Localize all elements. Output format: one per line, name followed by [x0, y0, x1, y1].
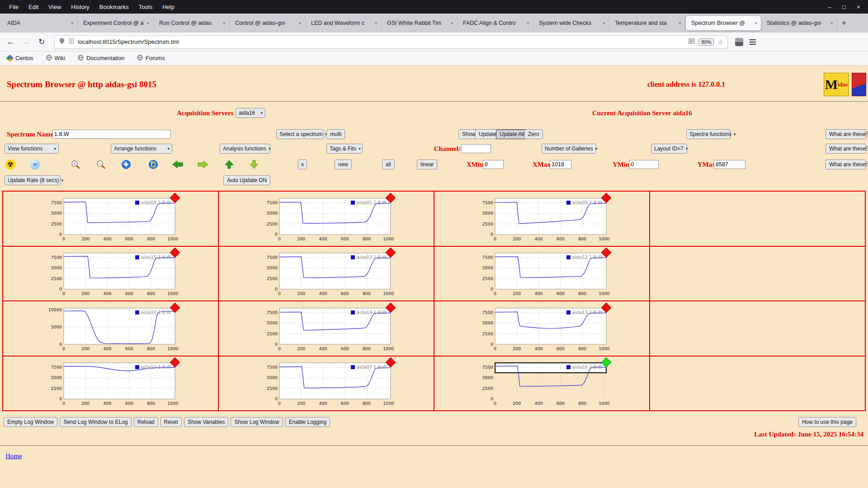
url-text[interactable]: localhost:8015/Spectrum/Spectrum.tml: [78, 38, 179, 45]
maximize-button[interactable]: □: [839, 4, 849, 10]
zoom-all-icon[interactable]: [121, 160, 131, 169]
home-link[interactable]: Home: [5, 452, 22, 460]
auto-update-button[interactable]: Auto Update ON: [223, 175, 270, 185]
tab-led-and-waveform-c[interactable]: LED and Waveform c×: [306, 16, 382, 31]
spectrum-plot-aida15[interactable]: 020040060080010000250050007500 aida15 1.…: [43, 248, 179, 299]
close-icon[interactable]: ×: [527, 20, 529, 26]
new-button[interactable]: new: [335, 160, 352, 169]
send-log-window-to-elog-button[interactable]: Send Log Window to ELog: [60, 417, 131, 427]
down-arrow-icon[interactable]: [249, 160, 259, 169]
midas-logo[interactable]: Midas: [824, 73, 849, 96]
tab-system-wide-checks[interactable]: System wide Checks×: [533, 16, 609, 31]
spectrum-plot-aida16[interactable]: 020040060080010000250050007500 aida16 1.…: [474, 357, 610, 409]
tab-experiment-control-a[interactable]: Experiment Control @ a×: [78, 16, 154, 31]
xmax-input[interactable]: [550, 160, 571, 169]
experiment-logo[interactable]: [852, 73, 866, 96]
close-icon[interactable]: ×: [603, 20, 605, 26]
close-icon[interactable]: ×: [71, 20, 74, 26]
tab-aida[interactable]: AIDA×: [2, 16, 78, 31]
spectrum-plot-aida12[interactable]: 020040060080010000250050007500 aida12 1.…: [474, 248, 610, 299]
how-to-use-button[interactable]: How to use this page: [798, 417, 856, 427]
waves-icon[interactable]: ≈: [30, 160, 40, 169]
tags-fits-dropdown[interactable]: Tags & Fits▾: [326, 144, 363, 154]
close-icon[interactable]: ×: [755, 20, 757, 26]
spectrum-plot-aida05[interactable]: 020040060080010000250050007500 aida05 1.…: [474, 193, 610, 244]
prev-arrow-icon[interactable]: [172, 160, 184, 169]
up-arrow-icon[interactable]: [224, 160, 234, 169]
spectrum-plot-aida13[interactable]: 020040060080010000250050007500 aida13 1.…: [474, 303, 610, 354]
extension-icon[interactable]: [735, 38, 743, 46]
spectrum-name-input[interactable]: [52, 130, 171, 139]
menu-help[interactable]: Help: [158, 3, 179, 11]
tab-spectrum-browser[interactable]: Spectrum Browser @×: [685, 15, 761, 31]
minimize-button[interactable]: –: [825, 4, 835, 10]
zero-button[interactable]: Zero: [524, 129, 543, 139]
tab-gsi-white-rabbit-tim[interactable]: GSI White Rabbit Tim×: [382, 16, 458, 31]
reload-button[interactable]: ↻: [35, 36, 48, 48]
layout-id-dropdown[interactable]: Layout ID=7▾: [651, 144, 687, 154]
menu-history[interactable]: History: [66, 3, 94, 11]
zoom-out-icon[interactable]: −: [96, 160, 106, 169]
reset-button[interactable]: Reset: [160, 417, 182, 427]
menu-tools[interactable]: Tools: [134, 3, 157, 11]
analysis-functions-dropdown[interactable]: Analysis functions▾: [220, 144, 270, 154]
next-arrow-icon[interactable]: [197, 160, 209, 169]
multi-button[interactable]: multi: [326, 129, 345, 139]
zoom-in-icon[interactable]: +: [71, 160, 80, 169]
spectrum-plot-aida14[interactable]: 020040060080010000250050007500 aida14 1.…: [259, 303, 394, 354]
tab-statistics-aidas-gsi[interactable]: Statistics @ aidas-gsi×: [761, 16, 837, 31]
what-are-these-button[interactable]: What are these?: [826, 160, 866, 169]
update-rate-dropdown[interactable]: Update Rate (8 secs)▾: [5, 175, 61, 185]
number-of-galleries-dropdown[interactable]: Number of Galleries▾: [542, 144, 596, 154]
arrange-functions-dropdown[interactable]: Arrange functions▾: [111, 144, 172, 154]
menu-file[interactable]: File: [5, 3, 23, 11]
menu-view[interactable]: View: [44, 3, 66, 11]
reload-button[interactable]: Reload: [134, 417, 158, 427]
new-tab-button[interactable]: +: [837, 17, 851, 29]
spectrum-plot-aida11[interactable]: 020040060080010000250050007500 aida11 1.…: [43, 357, 179, 409]
close-icon[interactable]: ×: [679, 20, 681, 26]
bookmark-wiki[interactable]: Wiki: [46, 55, 66, 62]
close-icon[interactable]: ×: [451, 20, 453, 26]
close-icon[interactable]: ×: [147, 20, 150, 26]
reader-mode-icon[interactable]: [689, 38, 695, 46]
menu-bookmarks[interactable]: Bookmarks: [95, 3, 133, 11]
bookmark-forums[interactable]: Forums: [137, 55, 165, 62]
bookmark-centos[interactable]: Centos: [7, 55, 33, 61]
view-functions-dropdown[interactable]: View functions▾: [5, 144, 59, 154]
enable-logging-button[interactable]: Enable Logging: [285, 417, 330, 427]
close-icon[interactable]: ×: [223, 20, 226, 26]
linear-button[interactable]: linear: [417, 160, 437, 169]
show-log-window-button[interactable]: Show Log Window: [231, 417, 283, 427]
tab-temperature-and-sta[interactable]: Temperature and sta×: [609, 16, 685, 31]
shield-icon[interactable]: [59, 38, 65, 46]
tab-control-aidas-gsi[interactable]: Control @ aidas-gsi×: [230, 16, 306, 31]
empty-log-window-button[interactable]: Empty Log Window: [4, 417, 57, 427]
site-info-icon[interactable]: [69, 38, 74, 46]
channel-input[interactable]: [461, 144, 491, 153]
spectrum-plot-aida08[interactable]: 020040060080010000250050007500 aida08 1.…: [43, 193, 179, 244]
acquisition-server-select[interactable]: aida16▾: [236, 108, 265, 118]
url-bar[interactable]: localhost:8015/Spectrum/Spectrum.tml 80%…: [54, 35, 728, 49]
radiation-icon[interactable]: ☢: [5, 160, 15, 169]
menu-edit[interactable]: Edit: [24, 3, 43, 11]
close-button[interactable]: ×: [854, 4, 863, 10]
zoom-level-badge[interactable]: 80%: [698, 38, 714, 46]
what-are-these-button[interactable]: What are these?: [826, 144, 866, 154]
select-spectrum-dropdown[interactable]: Select a spectrum▾: [276, 129, 324, 139]
back-button[interactable]: ←: [5, 36, 17, 48]
what-are-these-button[interactable]: What are these?: [826, 129, 866, 139]
forward-button[interactable]: →: [20, 36, 33, 48]
spectrum-plot-aida01[interactable]: 020040060080010000250050007500 aida01 1.…: [259, 193, 394, 244]
bookmark-documentation[interactable]: Documentation: [78, 55, 124, 62]
spectrum-plot-aida03[interactable]: 020040060080010000250050007500 aida03 1.…: [259, 248, 394, 299]
menu-hamburger-icon[interactable]: [750, 39, 756, 45]
spectra-functions-dropdown[interactable]: Spectra functions▾: [686, 129, 731, 139]
tab-run-control-aidas[interactable]: Run Control @ aidas×: [154, 16, 230, 31]
close-icon[interactable]: ×: [299, 20, 302, 26]
close-icon[interactable]: ×: [375, 20, 377, 26]
show-variables-button[interactable]: Show Variables: [184, 417, 229, 427]
spectrum-plot-aida07[interactable]: 020040060080010000250050007500 aida07 1.…: [259, 357, 394, 409]
ymax-input[interactable]: [714, 160, 745, 169]
x-button[interactable]: x: [298, 160, 307, 169]
